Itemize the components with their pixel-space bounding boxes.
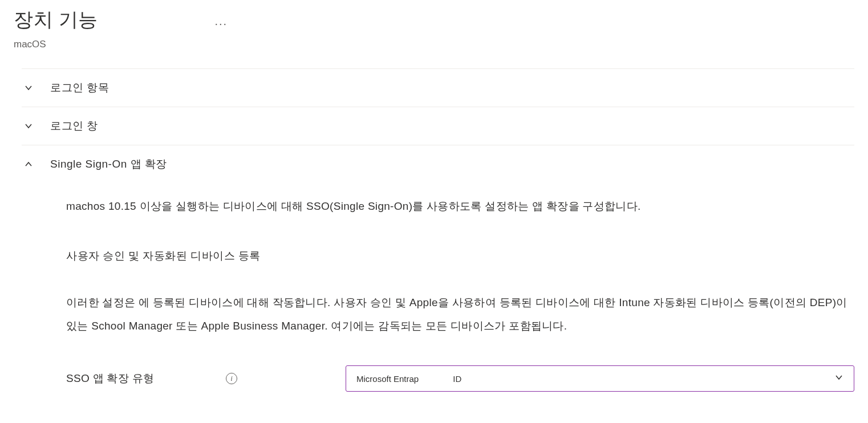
sso-description: machos 10.15 이상을 실행하는 디바이스에 대해 SSO(Singl… [66,199,854,214]
chevron-up-icon [22,157,35,171]
dropdown-selected-value: Microsoft EntrapID [356,374,461,384]
page-title: 장치 기능 [14,7,98,33]
page-subtitle: macOS [14,39,854,50]
sso-extension-type-dropdown[interactable]: Microsoft EntrapID [346,365,854,392]
section-label: 로그인 항목 [50,80,109,95]
sso-paragraph: 이러한 설정은 에 등록된 디바이스에 대해 작동합니다. 사용자 승인 및 A… [66,291,853,339]
section-login-items[interactable]: 로그인 항목 [22,68,854,107]
section-sso-extension[interactable]: Single Sign-On 앱 확장 [22,145,854,183]
info-icon[interactable]: i [226,373,237,384]
section-login-window[interactable]: 로그인 창 [22,107,854,145]
sso-extension-type-row: SSO 앱 확장 유형 i Microsoft EntrapID [66,365,854,392]
more-horizontal-icon[interactable]: ··· [214,17,228,30]
chevron-down-icon [22,119,35,133]
section-label: 로그인 창 [50,119,98,133]
section-label: Single Sign-On 앱 확장 [50,157,167,172]
sso-expanded-content: machos 10.15 이상을 실행하는 디바이스에 대해 SSO(Singl… [22,183,854,392]
chevron-down-icon [22,81,35,95]
sso-extension-type-label: SSO 앱 확장 유형 [66,371,226,386]
chevron-down-icon [834,373,843,384]
sso-subheading: 사용자 승인 및 자동화된 디바이스 등록 [66,249,854,263]
